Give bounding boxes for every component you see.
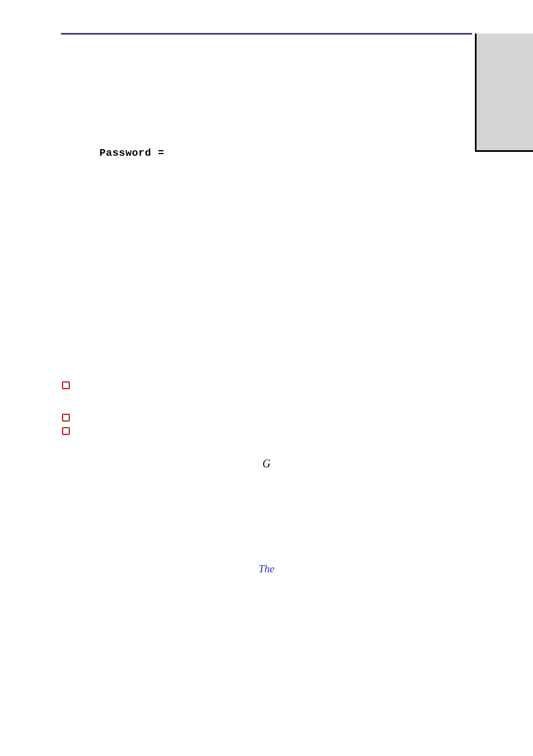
list-item	[61, 379, 472, 389]
bullet-icon	[62, 381, 70, 389]
password-label: Password =	[99, 147, 164, 159]
bullet-icon	[62, 427, 70, 435]
page-content: Password = G The	[61, 49, 472, 575]
password-row: Password =	[99, 147, 472, 159]
the-link-italic[interactable]: The	[61, 563, 472, 575]
list-item	[61, 425, 472, 435]
side-thumb-tab	[475, 34, 533, 152]
list-item	[61, 412, 472, 422]
header-rule	[61, 33, 472, 35]
g-italic: G	[61, 457, 472, 470]
bullet-list	[61, 379, 472, 435]
bullet-icon	[62, 414, 70, 422]
